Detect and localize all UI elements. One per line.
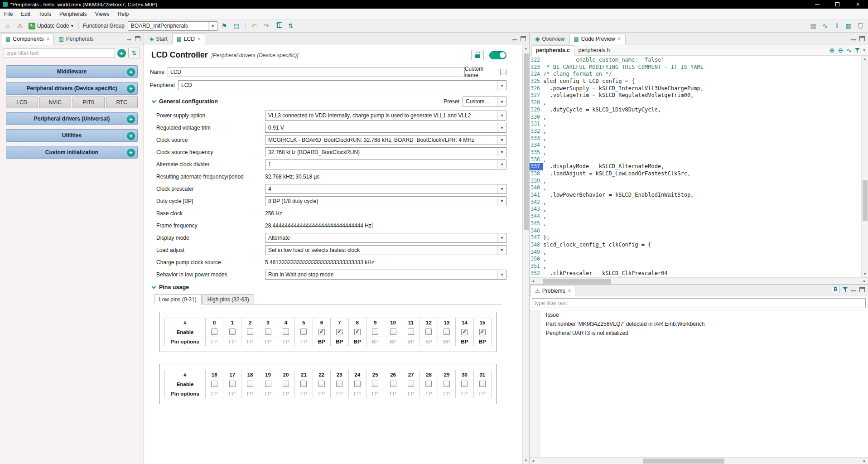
group-by-icon[interactable]: B [832,286,839,293]
pin-option-7[interactable]: BP [331,337,348,346]
maximize-panel-icon[interactable] [135,36,140,41]
menu-views[interactable]: Views [91,9,114,19]
pin-enable-checkbox-13[interactable] [444,329,450,335]
pin-enable-checkbox-14[interactable] [461,329,468,335]
tab-problems[interactable]: ⚠Problems× [530,285,575,296]
general-configuration-section-header[interactable]: General configuration Preset Custom... ▾ [151,97,506,106]
menu-edit[interactable]: Edit [17,9,34,19]
filter-icon[interactable] [843,287,848,292]
pin-enable-checkbox-5[interactable] [300,329,307,335]
pin-option-23[interactable]: FP [331,389,348,398]
pin-option-27[interactable]: FP [402,389,420,398]
setting-select-power-supply-option[interactable]: VLL3 connected to VDD internally, charge… [265,111,506,121]
components-filter-input[interactable] [4,48,115,58]
code-horizontal-scrollbar[interactable]: ◄ ► [530,277,868,284]
pin-option-26[interactable]: FP [384,389,402,398]
pin-enable-checkbox-10[interactable] [390,329,396,335]
setting-select-alternate-clock-divider[interactable]: 1▾ [265,160,506,169]
pin-option-15[interactable]: BP [473,337,491,346]
close-window-button[interactable]: × [848,0,868,9]
functional-group-select[interactable]: BOARD_InitPeripherals ▾ [128,21,217,31]
pin-option-5[interactable]: FP [295,337,313,346]
pin-option-31[interactable]: FP [473,389,491,398]
issue-column-header[interactable]: Issue [530,310,868,319]
setting-select-regulated-voltage-trim[interactable]: 0.91 V▾ [265,123,506,133]
file-tab-peripherals-c[interactable]: peripherals.c [531,45,574,56]
pin-option-11[interactable]: BP [402,337,420,346]
minimize-panel-icon[interactable] [851,287,856,292]
pin-option-0[interactable]: FP [206,337,223,346]
peripheral-select[interactable]: LCD ▾ [178,80,506,90]
tab-start[interactable]: ◈Start [145,33,172,44]
pin-enable-checkbox-26[interactable] [390,381,396,387]
component-pit0[interactable]: PIT0 [72,97,105,108]
pin-option-28[interactable]: FP [420,389,438,398]
functional-groups-button[interactable]: ▤ [231,20,242,31]
sort-components-button[interactable]: ⇅ [128,48,140,58]
pin-option-6[interactable]: BP [313,337,330,346]
pin-enable-checkbox-23[interactable] [336,381,342,387]
pins-usage-section-header[interactable]: Pins usage [151,284,506,290]
pin-enable-checkbox-16[interactable] [211,381,217,387]
close-icon[interactable]: × [46,36,49,42]
component-group-custom-initialization[interactable]: Custom initialization+ [6,146,138,159]
pin-enable-checkbox-0[interactable] [211,329,217,335]
editor-vertical-scrollbar[interactable]: ▲ ▼ [522,45,529,464]
minimize-panel-icon[interactable] [851,36,856,41]
scroll-right-icon[interactable]: ► [861,458,868,464]
maximize-window-button[interactable] [827,0,848,9]
add-component-button[interactable]: + [127,149,135,157]
import-tool-button[interactable]: ⇩ [831,20,842,31]
pin-option-30[interactable]: FP [456,389,473,398]
pin-option-2[interactable]: FP [241,337,259,346]
minimize-panel-icon[interactable] [512,36,517,41]
pin-option-1[interactable]: FP [223,337,241,346]
add-component-button[interactable]: + [117,49,126,58]
menu-file[interactable]: File [0,9,17,19]
pins-tab-low-pins-0-31[interactable]: Low pins (0-31) [154,294,202,304]
problem-row[interactable]: Peripheral UART3 is not initialized [530,329,868,338]
setting-select-duty-cycle-bp[interactable]: 8 BP (1/8 duty cycle)▾ [265,196,506,206]
code-vertical-scrollbar[interactable]: ▲ ▼ [861,56,868,277]
sort-button[interactable]: ⇅ [285,20,296,31]
scroll-left-icon[interactable]: ◄ [530,278,536,284]
pin-enable-checkbox-11[interactable] [408,329,414,335]
pin-enable-checkbox-20[interactable] [283,381,289,387]
menu-help[interactable]: Help [114,9,133,19]
filter-icon[interactable] [855,48,860,53]
problems-warning-button[interactable]: ⚠ [14,20,25,31]
scroll-down-icon[interactable]: ▼ [862,271,868,277]
pin-enable-checkbox-15[interactable] [479,329,486,335]
minimize-window-button[interactable] [807,0,827,9]
setting-select-display-mode[interactable]: Alternate▾ [265,233,506,243]
pin-enable-checkbox-25[interactable] [372,381,378,387]
pin-option-8[interactable]: BP [348,337,366,346]
problem-row[interactable]: Part number 'MKM34Z256VLQ7' detected in … [530,319,868,329]
component-rtc[interactable]: RTC [106,97,138,108]
pin-enable-checkbox-24[interactable] [354,381,361,387]
pin-option-21[interactable]: FP [295,389,313,398]
zoom-out-icon[interactable]: ⊖ [838,47,844,53]
maximize-panel-icon[interactable] [859,287,865,292]
flag-button[interactable]: ⚑ [219,20,230,31]
pin-option-4[interactable]: FP [277,337,294,346]
zoom-in-icon[interactable]: ⊕ [829,47,835,53]
add-component-button[interactable]: + [127,85,135,93]
tab-peripherals[interactable]: ▥Peripherals [54,33,98,44]
tab-overview[interactable]: ◉Overview [530,33,569,44]
pins-tab-high-pins-32-63[interactable]: High pins (32-63) [203,294,254,304]
pin-enable-checkbox-1[interactable] [229,329,236,335]
pin-enable-checkbox-2[interactable] [247,329,253,335]
scroll-up-icon[interactable]: ▲ [862,56,868,63]
minimize-panel-icon[interactable] [126,36,132,41]
add-component-button[interactable]: + [127,68,135,76]
menu-peripherals[interactable]: Peripherals [55,9,91,19]
tab-components[interactable]: ▤Components× [1,33,54,44]
pin-enable-checkbox-22[interactable] [318,381,325,387]
grid-view-button[interactable]: ▦ [808,20,819,31]
setting-select-clock-source[interactable]: MCGIRCLK - BOARD_BootClockRUN: 32.768 kH… [265,135,506,145]
pin-enable-checkbox-6[interactable] [318,329,325,335]
scroll-up-icon[interactable]: ▲ [523,45,529,52]
problems-filter-input[interactable] [532,298,866,308]
component-nvic[interactable]: NVIC [39,97,72,108]
